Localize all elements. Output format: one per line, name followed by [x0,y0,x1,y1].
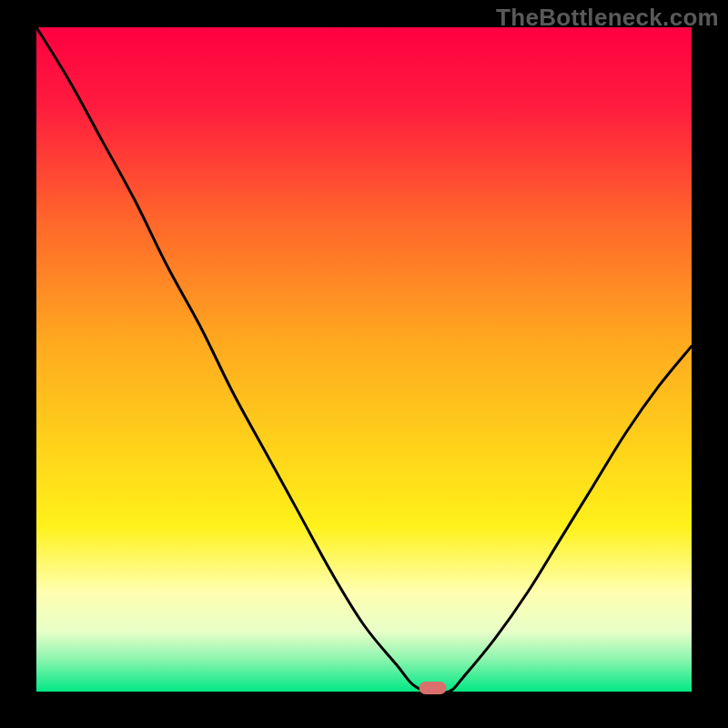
bottleneck-plot [0,0,728,728]
sweet-spot-marker [420,682,447,694]
gradient-background [36,27,692,692]
chart-container: TheBottleneck.com [0,0,728,728]
watermark-text: TheBottleneck.com [496,4,719,32]
